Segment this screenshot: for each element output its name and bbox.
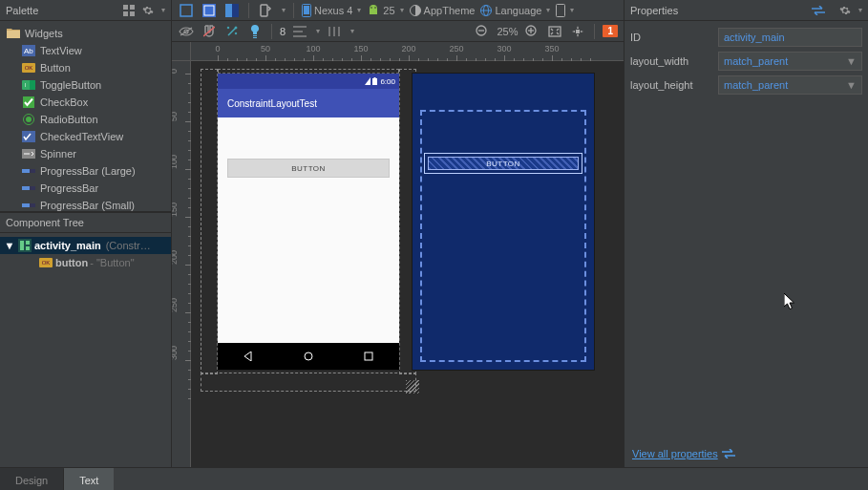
- svg-text:Ab: Ab: [24, 47, 33, 55]
- eye-off-icon[interactable]: [178, 23, 195, 40]
- svg-point-13: [26, 117, 32, 122]
- api-label: 25: [383, 5, 394, 16]
- palette-folder-widgets[interactable]: Widgets: [0, 25, 171, 42]
- ruler-vertical: 050100150200250300: [172, 61, 191, 467]
- tab-design[interactable]: Design: [0, 468, 64, 490]
- palette-folder-label: Widgets: [25, 28, 63, 39]
- palette-grid-icon[interactable]: [121, 3, 137, 18]
- properties-swap-icon[interactable]: [811, 3, 826, 18]
- svg-rect-34: [261, 5, 267, 16]
- zoom-label[interactable]: 25%: [497, 26, 518, 37]
- tree-root-label: activity_main: [34, 240, 101, 251]
- palette-item-textview[interactable]: AbTextView: [0, 42, 171, 59]
- property-select-layout_width[interactable]: match_parent▼: [718, 52, 862, 71]
- view-all-properties-link[interactable]: View all properties: [625, 440, 868, 467]
- pack-icon[interactable]: [326, 23, 343, 40]
- tree-child-label: button: [55, 257, 88, 268]
- tree-root-row[interactable]: ▼ activity_main (Constr…: [0, 237, 171, 254]
- properties-header: Properties ▾: [625, 0, 868, 21]
- property-row-id: ID: [625, 25, 868, 49]
- device-icon: [556, 4, 565, 17]
- android-icon: [367, 5, 380, 16]
- lightbulb-icon[interactable]: [246, 23, 264, 40]
- theme-picker[interactable]: AppTheme: [410, 5, 476, 16]
- variant-picker[interactable]: ▾: [556, 4, 574, 17]
- palette-item-togglebutton[interactable]: IToggleButton: [0, 76, 171, 94]
- wand-icon[interactable]: [223, 23, 241, 40]
- palette-item-label: ToggleButton: [40, 79, 101, 91]
- blueprint-preview[interactable]: BUTTON: [413, 74, 594, 370]
- properties-gear-icon[interactable]: [837, 3, 853, 18]
- view-mode-design-icon[interactable]: [178, 2, 195, 19]
- palette-item-label: ProgressBar (Small): [40, 200, 135, 211]
- svg-rect-33: [232, 4, 239, 17]
- svg-rect-64: [374, 77, 376, 78]
- warning-badge[interactable]: 1: [603, 25, 618, 37]
- property-select-layout_height[interactable]: match_parent▼: [718, 75, 862, 95]
- view-mode-blueprint-icon[interactable]: [201, 2, 218, 19]
- pan-icon[interactable]: [569, 23, 586, 40]
- tree-child-row[interactable]: OK button - "Button": [0, 254, 171, 271]
- property-label: layout_height: [630, 79, 714, 91]
- navbar: [218, 343, 399, 370]
- svg-text:OK: OK: [25, 65, 33, 71]
- language-picker[interactable]: Language ▾: [480, 5, 550, 16]
- nav-back-icon: [243, 352, 253, 361]
- palette-item-checkedtextview[interactable]: CheckedTextView: [0, 128, 171, 145]
- device-picker[interactable]: Nexus 4 ▾: [302, 4, 361, 17]
- palette-item-radiobutton[interactable]: RadioButton: [0, 111, 171, 128]
- signal-icon: [365, 77, 370, 85]
- component-tree-title: Component Tree: [6, 217, 84, 228]
- svg-rect-43: [557, 4, 565, 16]
- svg-rect-3: [130, 11, 135, 16]
- resize-grip[interactable]: [406, 380, 419, 394]
- palette-item-spinner[interactable]: Spinner: [0, 145, 171, 162]
- svg-point-48: [235, 27, 237, 29]
- svg-rect-29: [180, 5, 192, 16]
- orientation-icon[interactable]: [257, 2, 274, 19]
- preview-button[interactable]: BUTTON: [227, 159, 390, 178]
- design-canvas[interactable]: 050100150200250300350 050100150200250300…: [172, 42, 624, 467]
- align-icon[interactable]: [291, 23, 308, 40]
- theme-icon: [410, 5, 421, 16]
- status-time: 6:00: [380, 77, 395, 86]
- properties-title: Properties: [630, 5, 807, 16]
- statusbar: 6:00: [218, 74, 399, 89]
- component-tree: ▼ activity_main (Constr… OK button - "Bu…: [0, 233, 171, 467]
- svg-rect-63: [372, 78, 377, 85]
- design-toolbar-top: ▾ Nexus 4 ▾ 25 ▾ AppTheme: [172, 0, 624, 21]
- palette-gear-icon[interactable]: [140, 3, 156, 18]
- svg-rect-2: [123, 11, 128, 16]
- api-picker[interactable]: 25 ▾: [367, 5, 403, 16]
- blueprint-button[interactable]: BUTTON: [428, 157, 579, 170]
- palette-item-checkbox[interactable]: CheckBox: [0, 94, 171, 111]
- palette-item-progressbar[interactable]: ProgressBar: [0, 180, 171, 197]
- palette-item-progressbar-large-[interactable]: ProgressBar (Large): [0, 162, 171, 180]
- progress-icon: [21, 181, 36, 196]
- palette-item-progressbar-small-[interactable]: ProgressBar (Small): [0, 197, 171, 212]
- svg-point-65: [305, 352, 312, 360]
- blueprint-button-bounds[interactable]: BUTTON: [424, 153, 582, 174]
- property-input-id[interactable]: [718, 28, 862, 47]
- bottom-tabs: Design Text: [0, 467, 868, 490]
- button-icon: OK: [21, 60, 36, 75]
- magnet-icon[interactable]: [201, 23, 218, 40]
- zoom-fit-icon[interactable]: [546, 23, 563, 40]
- margin-value[interactable]: 8: [280, 26, 286, 37]
- palette-item-label: ProgressBar: [40, 182, 98, 194]
- property-label: ID: [630, 32, 714, 43]
- property-row-layout_width: layout_widthmatch_parent▼: [625, 49, 868, 73]
- checkedtext-icon: [21, 129, 36, 144]
- zoom-out-icon[interactable]: [474, 23, 491, 40]
- zoom-in-icon[interactable]: [523, 23, 540, 40]
- view-mode-both-icon[interactable]: [223, 2, 241, 19]
- palette-item-button[interactable]: OKButton: [0, 59, 171, 76]
- tree-expand-icon[interactable]: ▼: [4, 240, 15, 251]
- design-preview[interactable]: 6:00 ConstraintLayoutTest BUTTON: [218, 74, 399, 370]
- palette-item-label: RadioButton: [40, 114, 98, 125]
- appbar: ConstraintLayoutTest: [218, 89, 399, 117]
- palette-item-label: Button: [40, 62, 71, 74]
- progress-icon: [21, 163, 36, 179]
- tab-text[interactable]: Text: [64, 468, 114, 490]
- svg-point-50: [235, 32, 237, 34]
